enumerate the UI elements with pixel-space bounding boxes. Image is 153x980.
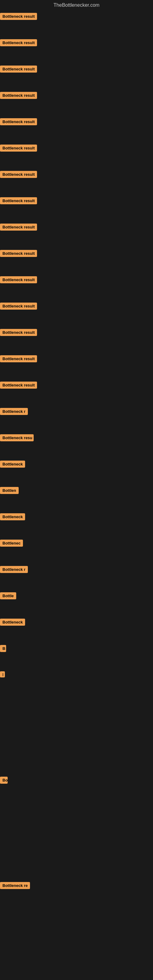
bottleneck-item: Bo — [0, 774, 153, 800]
bottleneck-badge[interactable]: Bottle — [0, 592, 16, 599]
bottleneck-item: Bottleneck result — [0, 379, 153, 406]
bottleneck-item — [0, 722, 153, 748]
bottleneck-badge[interactable]: Bottlen — [0, 487, 19, 494]
bottleneck-badge[interactable]: Bo — [0, 776, 8, 784]
site-title: TheBottlenecker.com — [0, 0, 153, 10]
bottleneck-item: Bottleneck result — [0, 10, 153, 37]
bottleneck-item: Bottleneck result — [0, 300, 153, 326]
bottleneck-item: Bottleneck — [0, 616, 153, 643]
bottleneck-badge[interactable]: Bottleneck result — [0, 118, 37, 125]
bottleneck-badge[interactable]: Bottleneck result — [0, 250, 37, 257]
bottleneck-item — [0, 853, 153, 880]
bottleneck-badge[interactable]: Bottleneck r — [0, 408, 28, 415]
bottleneck-badge[interactable]: Bottleneck re — [0, 882, 30, 889]
bottleneck-badge[interactable]: B — [0, 645, 6, 652]
bottleneck-badge[interactable]: Bottleneck result — [0, 382, 37, 389]
bottleneck-item — [0, 800, 153, 827]
bottleneck-item — [0, 695, 153, 722]
bottleneck-item — [0, 906, 153, 932]
bottleneck-item: Bottleneck — [0, 458, 153, 485]
bottleneck-item — [0, 827, 153, 853]
bottleneck-badge[interactable]: Bottleneck — [0, 513, 25, 520]
bottleneck-item: Bottleneck resu — [0, 432, 153, 458]
bottleneck-item: Bottlenec — [0, 537, 153, 563]
bottleneck-badge[interactable]: Bottlenec — [0, 539, 23, 547]
bottleneck-badge[interactable]: Bottleneck result — [0, 92, 37, 99]
bottleneck-badge[interactable]: Bottleneck result — [0, 355, 37, 362]
bottleneck-item: Bottleneck result — [0, 116, 153, 142]
bottleneck-badge[interactable]: Bottleneck result — [0, 39, 37, 46]
bottleneck-item: B — [0, 643, 153, 669]
bottleneck-item — [0, 932, 153, 959]
bottleneck-badge[interactable]: Bottleneck result — [0, 145, 37, 151]
bottleneck-badge[interactable]: Bottleneck result — [0, 171, 37, 178]
bottleneck-badge[interactable]: Bottleneck result — [0, 302, 37, 310]
bottleneck-item: Bottleneck r — [0, 563, 153, 590]
bottleneck-badge[interactable]: Bottleneck result — [0, 197, 37, 204]
bottleneck-item: Bottleneck result — [0, 221, 153, 247]
bottleneck-item: Bottleneck re — [0, 880, 153, 906]
bottleneck-badge[interactable]: Bottleneck result — [0, 13, 37, 20]
bottleneck-badge[interactable]: Bottleneck result — [0, 65, 37, 73]
bottleneck-badge[interactable]: Bottleneck r — [0, 566, 28, 573]
bottleneck-item: Bottleneck result — [0, 274, 153, 300]
bottleneck-item: Bottle — [0, 590, 153, 616]
bottleneck-item: Bottleneck result — [0, 353, 153, 379]
bottleneck-badge[interactable]: Bottleneck result — [0, 276, 37, 283]
bottleneck-badge[interactable]: Bottleneck result — [0, 329, 37, 336]
bottleneck-badge[interactable]: Bottleneck resu — [0, 434, 33, 441]
bottleneck-item — [0, 959, 153, 980]
bottleneck-item: Bottleneck result — [0, 89, 153, 116]
bottleneck-item: Bottleneck result — [0, 142, 153, 169]
bottleneck-badge[interactable]: Bottleneck — [0, 619, 25, 626]
bottleneck-item: Bottleneck result — [0, 247, 153, 274]
bottleneck-item: Bottleneck result — [0, 169, 153, 195]
bottleneck-item: Bottleneck result — [0, 37, 153, 63]
bottleneck-item: | — [0, 669, 153, 695]
bottleneck-item — [0, 748, 153, 774]
bottleneck-badge[interactable]: Bottleneck — [0, 461, 25, 468]
bottleneck-badge[interactable]: | — [0, 671, 5, 678]
bottleneck-item: Bottleneck r — [0, 406, 153, 432]
bottleneck-badge[interactable]: Bottleneck result — [0, 224, 37, 231]
bottleneck-item: Bottlen — [0, 485, 153, 511]
bottleneck-item: Bottleneck result — [0, 326, 153, 353]
bottleneck-item: Bottleneck — [0, 511, 153, 537]
bottleneck-item: Bottleneck result — [0, 63, 153, 89]
bottleneck-item: Bottleneck result — [0, 195, 153, 221]
